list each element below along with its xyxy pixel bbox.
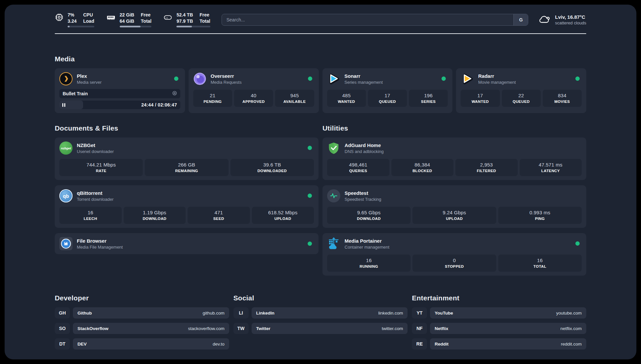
- stat-box: 471SEED: [188, 207, 250, 224]
- stat-box: 40APPROVED: [234, 90, 273, 107]
- app-card-plex[interactable]: Plex Media server Bullet Train 24:44 / 0…: [55, 68, 185, 113]
- link-row-reddit[interactable]: RE Redditreddit.com: [412, 338, 586, 349]
- status-indicator: [575, 241, 580, 246]
- stat-box: 9.65 GbpsDOWNLOAD: [327, 207, 411, 224]
- app-title: Speedtest: [345, 190, 381, 196]
- app-description: Series management: [345, 80, 383, 85]
- now-playing-session-icon[interactable]: [172, 91, 177, 97]
- cpu-usage-label: CPU: [83, 12, 94, 18]
- app-description: Container management: [345, 245, 389, 250]
- app-title: Overseerr: [211, 73, 242, 79]
- link-name: Reddit: [435, 342, 448, 347]
- status-indicator: [308, 76, 312, 81]
- link-name: LinkedIn: [256, 311, 275, 316]
- link-url: linkedin.com: [378, 311, 403, 316]
- app-description: Movie management: [478, 80, 516, 85]
- link-url: github.com: [203, 311, 225, 316]
- app-card-overseerr[interactable]: Overseerr Media Requests 21PENDING 40APP…: [189, 68, 319, 113]
- link-row-github[interactable]: GH Githubgithub.com: [55, 307, 229, 318]
- link-abbr: DT: [55, 338, 70, 349]
- cpu-load-label: Load: [83, 18, 94, 24]
- link-abbr: RE: [412, 338, 427, 349]
- link-name: StackOverflow: [77, 326, 108, 331]
- app-title: AdGuard Home: [345, 142, 384, 148]
- search-engine-button[interactable]: G: [513, 14, 528, 25]
- link-abbr: GH: [55, 307, 70, 318]
- system-stats: 7%3.24 CPULoad: [55, 12, 210, 27]
- plex-icon: [59, 72, 73, 85]
- stat-box: 834MOVIES: [543, 90, 582, 107]
- utilities-column: Utilities AdGuard Home: [322, 113, 586, 276]
- search-input[interactable]: [222, 14, 529, 26]
- now-playing-title: Bullet Train: [63, 91, 88, 96]
- weather-widget: Lviv, 16.87°C scattered clouds: [538, 14, 586, 26]
- link-row-twitter[interactable]: TW Twittertwitter.com: [233, 323, 408, 334]
- app-card-sonarr[interactable]: Sonarr Series management 485WANTED 17QUE…: [322, 68, 453, 113]
- app-card-adguard[interactable]: AdGuard Home DNS and adblocking 498,461Q…: [322, 137, 586, 180]
- stat-box: 47.571 msLATENCY: [520, 159, 582, 176]
- link-abbr: LI: [233, 307, 249, 318]
- stat-box: 17WANTED: [461, 90, 500, 107]
- documents-column: Documents & Files nzbget NZBGet Usenet d…: [55, 113, 319, 254]
- playback-time: 24:44 / 02:06:47: [141, 101, 177, 109]
- disk-total-label: Total: [199, 18, 210, 24]
- stat-box: 39.6 TBDOWNLOADED: [230, 159, 314, 176]
- app-card-filebrowser[interactable]: File Browser Media File Management: [55, 233, 319, 254]
- weather-location-temp: Lviv, 16.87°C: [555, 14, 586, 20]
- link-abbr: YT: [412, 307, 427, 318]
- app-description: Speedtest Tracking: [345, 197, 381, 202]
- app-title: qBittorrent: [77, 190, 113, 196]
- memory-free-label: Free: [141, 12, 151, 18]
- app-card-portainer[interactable]: Media Portainer Container management 16R…: [322, 233, 586, 276]
- stat-box: 16LEECH: [59, 207, 122, 224]
- memory-icon: [106, 13, 116, 23]
- disk-free-label: Free: [199, 12, 210, 18]
- stat-box: 22QUEUED: [502, 90, 541, 107]
- app-description: Media server: [77, 80, 102, 85]
- cpu-progress-bar: [68, 26, 94, 27]
- sonarr-icon: [327, 72, 340, 85]
- stat-box: 2,953FILTERED: [455, 159, 518, 176]
- link-url: youtube.com: [556, 311, 582, 316]
- status-indicator: [575, 76, 580, 81]
- stat-box: 9.24 GbpsUPLOAD: [412, 207, 496, 224]
- link-url: stackoverflow.com: [188, 326, 224, 331]
- stat-box: 485WANTED: [327, 90, 366, 107]
- pause-icon[interactable]: [62, 103, 65, 107]
- status-indicator: [174, 76, 178, 81]
- nzbget-icon: nzbget: [59, 141, 73, 155]
- link-row-stackoverflow[interactable]: SO StackOverflowstackoverflow.com: [55, 323, 229, 334]
- stat-box: 618.52 MbpsUPLOAD: [252, 207, 314, 224]
- playback-progress-bar: 24:44 / 02:06:47: [59, 101, 180, 109]
- link-row-dev[interactable]: DT DEVdev.to: [55, 338, 229, 349]
- link-url: reddit.com: [561, 342, 582, 347]
- top-bar: 7%3.24 CPULoad: [55, 5, 586, 27]
- weather-condition: scattered clouds: [555, 20, 586, 25]
- app-card-speedtest[interactable]: Speedtest Speedtest Tracking 9.65 GbpsDO…: [322, 185, 586, 228]
- disk-free-value: 52.4 TB: [176, 12, 193, 18]
- speedtest-icon: [327, 189, 340, 202]
- app-card-nzbget[interactable]: nzbget NZBGet Usenet downloader 744.21 M…: [55, 137, 319, 180]
- app-card-qbittorrent[interactable]: qb qBittorrent Torrent downloader 16LEEC…: [55, 185, 319, 228]
- link-row-youtube[interactable]: YT YouTubeyoutube.com: [412, 307, 586, 318]
- section-title-documents: Documents & Files: [55, 124, 319, 132]
- stat-box: 266 GBREMAINING: [145, 159, 228, 176]
- disk-progress-bar: [176, 26, 210, 27]
- link-url: twitter.com: [382, 326, 403, 331]
- memory-free-value: 22 GiB: [120, 12, 134, 18]
- section-title-social: Social: [233, 294, 408, 302]
- link-row-netflix[interactable]: NF Netflixnetflix.com: [412, 323, 586, 334]
- app-card-radarr[interactable]: Radarr Movie management 17WANTED 22QUEUE…: [456, 68, 586, 113]
- link-name: YouTube: [435, 311, 453, 316]
- app-title: Sonarr: [345, 73, 383, 79]
- overseerr-icon: [193, 72, 206, 85]
- section-title-developer: Developer: [55, 294, 229, 302]
- filebrowser-icon: [59, 237, 73, 250]
- app-title: Plex: [77, 73, 102, 79]
- link-row-linkedin[interactable]: LI LinkedInlinkedin.com: [233, 307, 408, 318]
- link-abbr: NF: [412, 323, 427, 334]
- section-title-entertainment: Entertainment: [412, 294, 586, 302]
- stat-box: 744.21 MbpsRATE: [59, 159, 143, 176]
- link-name: DEV: [77, 342, 87, 347]
- entertainment-links-column: Entertainment YT YouTubeyoutube.com NF N…: [412, 276, 586, 354]
